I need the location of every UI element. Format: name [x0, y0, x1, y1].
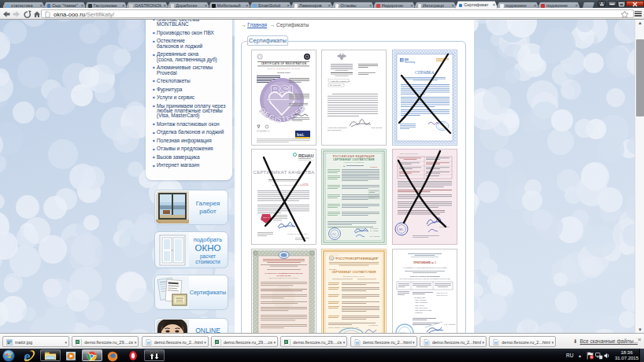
svg-text:на которую распространяется де: на которую распространяется действие сер…	[399, 278, 450, 279]
svg-text:В.А. Фомин: В.А. Фомин	[370, 230, 379, 231]
svg-text:“РОССТРОЙСЕРТИФИКАЦИЯ”: “РОССТРОЙСЕРТИФИКАЦИЯ”	[335, 257, 379, 260]
svg-text:Перечень конкретной продукции: Перечень конкретной продукции	[409, 275, 439, 277]
svg-text:- ПВХ "Брусбокс": - ПВХ "Брусбокс"	[414, 306, 427, 308]
svg-text:СС: СС	[332, 233, 337, 236]
svg-text:Бланк строгой отчетности: Бланк строгой отчетности	[400, 153, 418, 154]
svg-text:- ПВХ "Люкс": - ПВХ "Люкс"	[414, 304, 424, 305]
svg-text:Л.С. Карпова: Л.С. Карпова	[370, 235, 380, 237]
svg-text:proNow GmbH: proNow GmbH	[277, 72, 291, 74]
svg-text:№ АВ 264728: № АВ 264728	[330, 84, 342, 86]
svg-text:АНПБ/К№ 9 П ДИСТАНЦ: АНПБ/К№ 9 П ДИСТАНЦ	[330, 80, 350, 82]
svg-text:№ 018536: № 018536	[329, 268, 337, 269]
svg-text:bsi.: bsi.	[297, 132, 305, 137]
svg-text:16.05.2012: 16.05.2012	[370, 227, 379, 229]
svg-text:REHAU: REHAU	[263, 216, 270, 219]
svg-text:№ 77.01.16.П.28841.06.9 от 16.: № 77.01.16.П.28841.06.9 от 16.06.2009 г.	[268, 277, 298, 279]
svg-text:№ 02724: № 02724	[300, 183, 309, 187]
svg-text:ГОСТ 30673-99: ГОСТ 30673-99	[436, 294, 448, 296]
svg-text:РОССИЙСКАЯ ФЕДЕРАЦИЯ: РОССИЙСКАЯ ФЕДЕРАЦИЯ	[333, 155, 375, 158]
svg-text:лицензирования: лицензирования	[328, 129, 342, 131]
svg-text:UNLIMITED POLYMER: UNLIMITED POLYMER	[298, 159, 314, 161]
svg-text:- ПВХ "Классик": - ПВХ "Классик"	[414, 299, 427, 301]
svg-text:0905081: 0905081	[370, 166, 378, 168]
svg-text:ПРИЛОЖЕНИЕ № 1: ПРИЛОЖЕНИЕ № 1	[413, 261, 436, 264]
svg-text:ГОСТ 30674-99: ГОСТ 30674-99	[436, 292, 448, 294]
svg-text:В.В. Тишков: В.В. Тишков	[372, 127, 383, 128]
svg-text:К сертификату соответствия № Р: К сертификату соответствия № РОСС RU.900…	[402, 266, 447, 268]
svg-text:Marketing: Marketing	[405, 61, 416, 64]
svg-text:17.05.2009: 17.05.2009	[356, 227, 365, 229]
svg-text:REHAU: REHAU	[298, 153, 314, 158]
svg-text:(обязательная сертификация): (обязательная сертификация)	[343, 161, 365, 163]
svg-text:- ПВХ "Делюкс 70 мм": - ПВХ "Делюкс 70 мм"	[414, 309, 431, 311]
svg-text:№ РОСС RU.СП09.Н00459: № РОСС RU.СП09.Н00459	[343, 275, 365, 276]
svg-text:Начальник Управления: Начальник Управления	[328, 127, 348, 128]
svg-text:СЕРТИФИКАТ СООТВЕТСТВИЯ: СЕРТИФИКАТ СООТВЕТСТВИЯ	[331, 271, 376, 274]
svg-text:С.П.Мигачёв: С.П.Мигачёв	[368, 324, 378, 326]
svg-text:СПРАВКА: СПРАВКА	[414, 70, 434, 75]
svg-text:- ПВХ "Стандарт": - ПВХ "Стандарт"	[414, 301, 428, 303]
svg-text:CERTIFICATE OF REGISTRATION: CERTIFICATE OF REGISTRATION	[261, 62, 306, 65]
svg-text:- комплект: - комплект	[414, 312, 423, 313]
svg-text:ГСС: ГСС	[330, 257, 334, 260]
svg-text:Quality Management System: Quality Management System	[267, 68, 300, 69]
svg-text:МС: МС	[399, 228, 404, 231]
svg-text:UKAS: UKAS	[265, 130, 269, 131]
svg-text:Профили ПВХ:: Профили ПВХ:	[414, 297, 427, 298]
svg-text:С.В. Андрюшин: С.В. Андрюшин	[444, 323, 456, 325]
